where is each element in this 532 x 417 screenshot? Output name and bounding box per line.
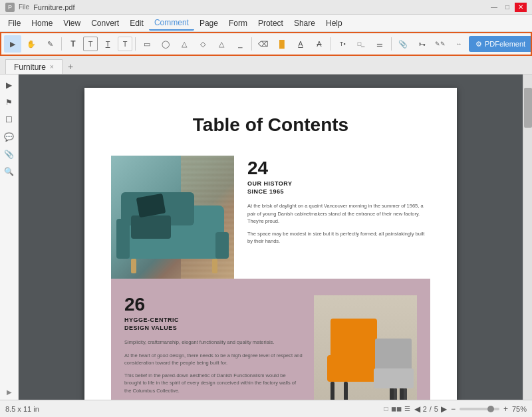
chair-image (314, 295, 417, 400)
toolbar-separator-1 (61, 37, 62, 51)
section-26-subtitle: HYGGE-CENTRICDESIGN VALUES (124, 317, 304, 332)
menu-form[interactable]: Form (223, 17, 253, 30)
edit-tool-button[interactable]: ✎ (41, 35, 59, 53)
triangle-tool[interactable]: △ (176, 35, 193, 53)
line-tool[interactable]: ⎯ (231, 35, 249, 53)
section-24-text: 24 OUR HISTORYSINCE 1965 At the brisk of… (247, 156, 430, 279)
pdf-page: Table of Contents (84, 88, 457, 400)
section-24: 24 OUR HISTORYSINCE 1965 At the brisk of… (111, 156, 430, 279)
section-26-body2: At the heart of good design, there needs… (124, 352, 304, 367)
sidebar-page-icon[interactable]: ☐ (3, 113, 16, 126)
section-24-body1: At the brisk of daylight on a quaint Van… (247, 202, 430, 225)
section-26-text: 26 HYGGE-CENTRICDESIGN VALUES Simplicity… (124, 295, 304, 400)
table-tool[interactable]: ⚌ (371, 35, 388, 53)
toolbar-separator-3 (251, 37, 252, 51)
section-26-number: 26 (124, 295, 304, 314)
stamp-tool[interactable]: 🗝 (413, 35, 430, 53)
left-sidebar: ▶ ⚑ ☐ 💬 📎 🔍 ▶ (0, 74, 19, 400)
toolbar-separator-5 (391, 37, 392, 51)
zoom-in-button[interactable]: + (503, 404, 508, 414)
sidebar-expand-button[interactable]: ▶ (7, 388, 12, 396)
attach-tool[interactable]: 📎 (394, 35, 412, 53)
menu-protect[interactable]: Protect (253, 17, 289, 30)
window-title: Furniture.pdf (33, 3, 74, 11)
main-area: ▶ ⚑ ☐ 💬 📎 🔍 ▶ Table of Contents (0, 74, 532, 400)
pdfelement-icon: ⚙ (475, 40, 482, 49)
circle-tool[interactable]: ◯ (157, 35, 174, 53)
strikethrough-tool[interactable]: A (311, 35, 328, 53)
toolbar-separator-4 (331, 37, 331, 51)
minimize-button[interactable]: — (488, 3, 500, 12)
highlight-tool[interactable]: █ (273, 35, 291, 53)
cursor-tool-button[interactable]: ▶ (4, 35, 21, 53)
polygon-tool[interactable]: ◇ (194, 35, 211, 53)
menu-file[interactable]: File (3, 17, 26, 30)
view-single-icon[interactable]: □ (384, 405, 388, 412)
rect-tool[interactable]: ▭ (138, 35, 156, 53)
star-tool[interactable]: △ (213, 35, 230, 53)
section-26: 26 HYGGE-CENTRICDESIGN VALUES Simplicity… (111, 279, 430, 400)
section-24-body2: The space may be modest in size but it i… (247, 230, 430, 245)
tab-bar: Furniture × + (0, 56, 532, 74)
eraser-tool[interactable]: ⌫ (255, 35, 272, 53)
tab-furniture[interactable]: Furniture × (5, 59, 63, 74)
page-navigation: ◀ 2 / 5 ▶ (414, 404, 447, 414)
total-pages: 5 (434, 405, 438, 413)
page-title: Table of Contents (111, 114, 430, 136)
menu-bar: File Home View Convert Edit Comment Page… (0, 15, 532, 32)
section-26-body3: This belief in the pared-down aesthetic … (124, 372, 304, 394)
scroll-thumb[interactable] (524, 88, 532, 128)
menu-convert[interactable]: Convert (86, 17, 124, 30)
zoom-out-button[interactable]: − (451, 404, 456, 414)
new-tab-button[interactable]: + (63, 59, 78, 74)
menu-view[interactable]: View (58, 17, 86, 30)
app-icon: P (5, 3, 15, 12)
next-page-button[interactable]: ▶ (441, 404, 447, 414)
text-tool-2[interactable]: T (83, 37, 98, 51)
sidebar-search-icon[interactable]: 🔍 (3, 165, 16, 178)
zoom-level: 75% (512, 405, 527, 413)
view-icons: □ ◼◼ ☰ (384, 405, 410, 412)
text-tool-4[interactable]: T (118, 37, 132, 51)
close-button[interactable]: ✕ (515, 3, 527, 12)
section-26-body1: Simplicity, craftsmanship, elegant funct… (124, 339, 304, 346)
zoom-slider[interactable] (460, 408, 499, 410)
underline-tool[interactable]: A (292, 35, 309, 53)
menu-edit[interactable]: Edit (124, 17, 149, 30)
view-scroll-icon[interactable]: ☰ (404, 405, 410, 412)
sidebar-bookmark-icon[interactable]: ⚑ (3, 96, 16, 109)
sidebar-cursor-icon[interactable]: ▶ (3, 78, 16, 92)
hand-tool-button[interactable]: ✋ (23, 35, 40, 53)
menu-page[interactable]: Page (194, 17, 223, 30)
section-24-number: 24 (247, 159, 430, 178)
pdf-area[interactable]: Table of Contents (19, 74, 523, 400)
status-bar: 8.5 x 11 in □ ◼◼ ☰ ◀ 2 / 5 ▶ − + 75% (0, 400, 532, 417)
sofa-image (111, 156, 234, 279)
toolbar: ▶ ✋ ✎ T T T T ▭ ◯ △ ◇ △ ⎯ ⌫ █ A A T▪ □⎯ … (0, 32, 532, 56)
prev-page-button[interactable]: ◀ (414, 404, 420, 414)
zoom-thumb[interactable] (487, 406, 494, 412)
section-24-subtitle: OUR HISTORYSINCE 1965 (247, 180, 430, 196)
textbox-tool[interactable]: T▪ (334, 35, 351, 53)
pdfelement-button[interactable]: ⚙ PDFelement (469, 36, 532, 52)
sidebar-attachment-icon[interactable]: 📎 (3, 148, 16, 161)
maximize-button[interactable]: □ (501, 3, 513, 12)
view-double-icon[interactable]: ◼◼ (391, 405, 402, 412)
sign-tool[interactable]: ✎✎ (432, 35, 449, 53)
menu-comment[interactable]: Comment (149, 16, 194, 31)
menu-home[interactable]: Home (26, 17, 58, 30)
text-tool-3[interactable]: T (99, 35, 116, 53)
menu-help[interactable]: Help (321, 17, 348, 30)
right-scrollbar[interactable] (523, 74, 532, 400)
sidebar-comment-icon[interactable]: 💬 (3, 130, 16, 144)
title-bar: P File Furniture.pdf — □ ✕ (0, 0, 532, 15)
text-tool-1[interactable]: T (65, 35, 82, 53)
page-separator: / (430, 405, 432, 413)
tab-close-button[interactable]: × (50, 63, 54, 70)
measure-tool[interactable]: ↔ (450, 35, 467, 53)
pdfelement-label: PDFelement (485, 40, 525, 48)
toolbar-separator-2 (135, 37, 136, 51)
callout-tool[interactable]: □⎯ (352, 35, 370, 53)
tab-label: Furniture (14, 63, 46, 72)
menu-share[interactable]: Share (289, 17, 321, 30)
